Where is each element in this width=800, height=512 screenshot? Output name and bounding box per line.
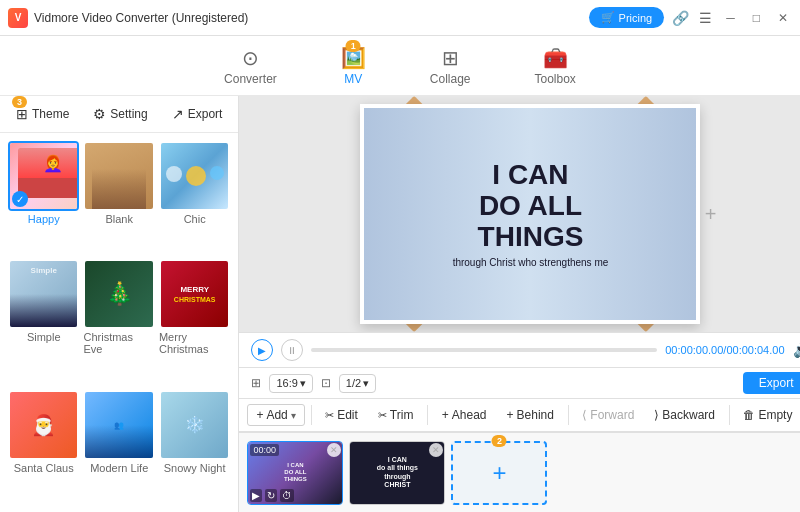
theme-name-merry: Merry Christmas bbox=[159, 331, 230, 355]
volume-icon[interactable]: 🔊 bbox=[793, 342, 800, 358]
timeline-item-1[interactable]: I CANDO ALLTHINGS 00:00 ✕ ▶ ↻ ⏱ bbox=[247, 441, 343, 505]
timeline-controls-1: ▶ ↻ ⏱ bbox=[250, 489, 294, 502]
timeline-thumb-text-1: I CANDO ALLTHINGS bbox=[282, 460, 309, 486]
tab-converter[interactable]: ⊙ Converter bbox=[208, 42, 293, 90]
quality-dropdown-icon: ▾ bbox=[363, 377, 369, 390]
theme-item-christmas[interactable]: 🎄 Christmas Eve bbox=[83, 259, 154, 385]
edit-button[interactable]: ✂ Edit bbox=[317, 405, 366, 425]
minimize-button[interactable]: ─ bbox=[722, 11, 739, 25]
quality-icon: ⊡ bbox=[321, 376, 331, 390]
play-button[interactable]: ▶ bbox=[251, 339, 273, 361]
top-nav: ⊙ Converter 1 🖼️ MV ⊞ Collage 🧰 Toolbox bbox=[0, 36, 800, 96]
bottom-toolbar: + Add ▾ ✂ Edit ✂ Trim + Ahead + Behind bbox=[239, 398, 800, 432]
forward-button[interactable]: ⟨ Forward bbox=[574, 405, 642, 425]
edit-label: Edit bbox=[337, 408, 358, 422]
app-logo: V bbox=[8, 8, 28, 28]
export-icon: ↗ bbox=[172, 106, 184, 122]
theme-item-merry[interactable]: MERRY CHRISTMAS Merry Christmas bbox=[159, 259, 230, 385]
theme-name-christmas: Christmas Eve bbox=[83, 331, 154, 355]
theme-thumb-snowy: ❄️ bbox=[159, 390, 230, 460]
aspect-ratio-select[interactable]: 16:9 ▾ bbox=[269, 374, 312, 393]
close-button[interactable]: ✕ bbox=[774, 11, 792, 25]
empty-icon: 🗑 bbox=[743, 408, 755, 422]
toolbox-icon: 🧰 bbox=[543, 46, 568, 70]
behind-icon: + bbox=[507, 408, 514, 422]
theme-name-santa: Santa Claus bbox=[14, 462, 74, 474]
ahead-icon: + bbox=[442, 408, 449, 422]
theme-item-happy[interactable]: 👩‍🦰 ✓ Happy bbox=[8, 141, 79, 255]
maximize-button[interactable]: □ bbox=[749, 11, 764, 25]
timeline-clock-icon: ⏱ bbox=[280, 489, 294, 502]
theme-thumb-blank bbox=[83, 141, 154, 211]
mv-badge: 1 bbox=[346, 40, 361, 52]
timeline-close-2[interactable]: ✕ bbox=[429, 443, 443, 457]
preview-add-icon[interactable]: + bbox=[705, 203, 717, 226]
preview-controls: ▶ ⏸ 00:00:00.00/00:00:04.00 🔊 bbox=[239, 332, 800, 367]
add-button[interactable]: + Add ▾ bbox=[247, 404, 304, 426]
preview-subtext: through Christ who strengthens me bbox=[453, 257, 609, 268]
empty-button[interactable]: 🗑 Empty bbox=[735, 405, 800, 425]
backward-label: Backward bbox=[662, 408, 715, 422]
timeline-item-2[interactable]: I CANdo all thingsthroughCHRIST ✕ bbox=[349, 441, 445, 505]
theme-thumb-santa: 🎅 bbox=[8, 390, 79, 460]
add-dropdown-icon: ▾ bbox=[291, 410, 296, 421]
setting-tab-label: Setting bbox=[110, 107, 147, 121]
toolbox-label: Toolbox bbox=[535, 72, 576, 86]
tab-toolbox[interactable]: 🧰 Toolbox bbox=[519, 42, 592, 90]
timeline-add-button[interactable]: 2 + bbox=[451, 441, 547, 505]
timeline-time-1: 00:00 bbox=[250, 444, 279, 456]
theme-item-modern[interactable]: 👥 Modern Life bbox=[83, 390, 154, 504]
theme-name-happy: Happy bbox=[28, 213, 60, 225]
menu-icon[interactable]: ☰ bbox=[699, 10, 712, 26]
titlebar-right: 🛒 Pricing 🔗 ☰ ─ □ ✕ bbox=[589, 7, 792, 28]
preview-line3: THINGS bbox=[478, 221, 584, 252]
pricing-button[interactable]: 🛒 Pricing bbox=[589, 7, 665, 28]
time-current: 00:00:00.00 bbox=[665, 344, 723, 356]
tab-collage[interactable]: ⊞ Collage bbox=[414, 42, 487, 90]
timeline-rotate-icon: ↻ bbox=[265, 489, 277, 502]
timeline-thumb-text-2: I CANdo all thingsthroughCHRIST bbox=[375, 454, 420, 492]
theme-item-chic[interactable]: Chic bbox=[159, 141, 230, 255]
trim-button[interactable]: ✂ Trim bbox=[370, 405, 422, 425]
panel-badge: 3 bbox=[12, 96, 27, 108]
theme-tab-label: Theme bbox=[32, 107, 69, 121]
right-panel: I CAN DO ALL THINGS through Christ who s… bbox=[239, 96, 800, 512]
timeline-close-1[interactable]: ✕ bbox=[327, 443, 341, 457]
preview-area: I CAN DO ALL THINGS through Christ who s… bbox=[239, 96, 800, 332]
theme-selected-check: ✓ bbox=[12, 191, 28, 207]
theme-thumb-christmas: 🎄 bbox=[83, 259, 154, 329]
theme-name-chic: Chic bbox=[184, 213, 206, 225]
trim-label: Trim bbox=[390, 408, 414, 422]
link-icon[interactable]: 🔗 bbox=[672, 10, 689, 26]
converter-icon: ⊙ bbox=[242, 46, 259, 70]
ahead-button[interactable]: + Ahead bbox=[434, 405, 495, 425]
ahead-label: Ahead bbox=[452, 408, 487, 422]
aspect-dropdown-icon: ▾ bbox=[300, 377, 306, 390]
main-content: 3 ⊞ Theme ⚙ Setting ↗ Export 👩‍🦰 bbox=[0, 96, 800, 512]
panel-tab-export[interactable]: ↗ Export bbox=[168, 104, 227, 124]
pause-button[interactable]: ⏸ bbox=[281, 339, 303, 361]
theme-grid-icon: ⊞ bbox=[16, 106, 28, 122]
theme-grid: 👩‍🦰 ✓ Happy Blank bbox=[0, 133, 238, 512]
tab-mv[interactable]: 1 🖼️ MV bbox=[325, 42, 382, 90]
behind-button[interactable]: + Behind bbox=[499, 405, 562, 425]
theme-item-santa[interactable]: 🎅 Santa Claus bbox=[8, 390, 79, 504]
theme-item-simple[interactable]: Simple Simple bbox=[8, 259, 79, 385]
quality-select[interactable]: 1/2 ▾ bbox=[339, 374, 376, 393]
theme-item-blank[interactable]: Blank bbox=[83, 141, 154, 255]
backward-button[interactable]: ⟩ Backward bbox=[646, 405, 723, 425]
panel-tabs: 3 ⊞ Theme ⚙ Setting ↗ Export bbox=[0, 96, 238, 133]
panel-tab-setting[interactable]: ⚙ Setting bbox=[89, 104, 151, 124]
collage-label: Collage bbox=[430, 72, 471, 86]
pricing-label: Pricing bbox=[619, 12, 653, 24]
progress-bar[interactable] bbox=[311, 348, 657, 352]
timeline-badge: 2 bbox=[492, 435, 507, 447]
export-button[interactable]: Export bbox=[743, 372, 800, 394]
titlebar-left: V Vidmore Video Converter (Unregistered) bbox=[8, 8, 248, 28]
time-display: 00:00:00.00/00:00:04.00 bbox=[665, 344, 784, 356]
behind-label: Behind bbox=[517, 408, 554, 422]
theme-item-snowy[interactable]: ❄️ Snowy Night bbox=[159, 390, 230, 504]
preview-line1: I CAN bbox=[492, 159, 568, 190]
theme-name-modern: Modern Life bbox=[90, 462, 148, 474]
setting-icon: ⚙ bbox=[93, 106, 106, 122]
